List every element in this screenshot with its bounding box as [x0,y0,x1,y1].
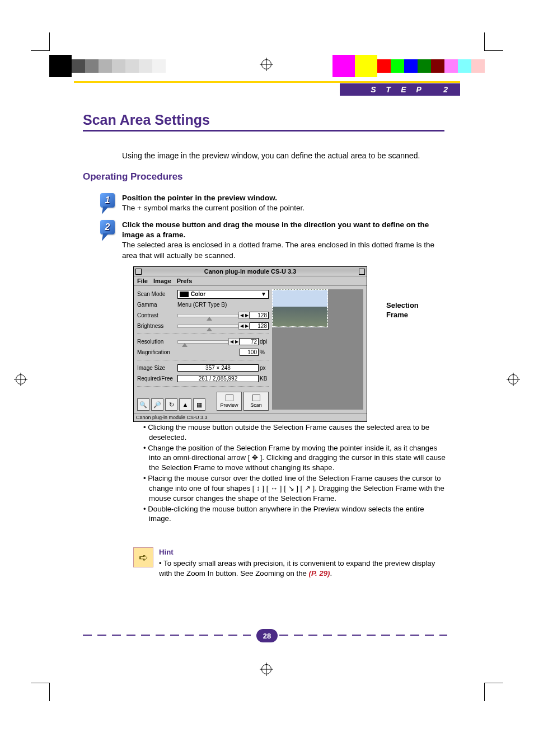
scan-mode-label: Scan Mode [137,291,177,297]
scan-icon [252,395,260,401]
rotate-icon[interactable]: ↻ [165,398,177,411]
title-rule [83,130,444,132]
preview-button[interactable]: Preview [217,392,242,411]
procedure-step-2: 2 Click the mouse button and drag the mo… [102,220,447,261]
zoom-in-icon[interactable]: 🔍 [137,398,149,411]
registration-mark [16,374,26,384]
bullet-2: • Change the position of the Selection F… [143,443,447,473]
bullet-1: • Clicking the mouse button outside the … [143,422,447,443]
footer-dashes [83,635,251,636]
selection-frame[interactable] [272,289,328,327]
crop-mark [484,683,485,701]
section-heading: Operating Procedures [83,171,183,182]
resolution-unit: dpi [259,339,269,345]
crop-mark [31,683,49,683]
required-free-value: 261 / 2,085,992 [177,375,259,382]
bullet-3: • Placing the mouse cursor over the dott… [143,473,447,503]
crop-mark [49,683,50,701]
brightness-label: Brightness [137,323,177,329]
magnification-unit: % [259,349,269,355]
bullet-list: • Clicking the mouse button outside the … [143,422,447,524]
menu-image[interactable]: Image [153,278,171,284]
procedure-step-1: 1 Position the pointer in the preview wi… [102,193,447,213]
preview-area[interactable] [272,289,363,410]
registration-mark [261,664,271,674]
image-size-unit: px [259,365,269,371]
hint-title: Hint [159,547,447,557]
preview-icon [226,395,233,401]
menu-file[interactable]: File [137,278,148,284]
window-title: Canon plug-in module CS-U 3.3 [142,268,359,275]
step-2-title: Click the mouse button and drag the mous… [122,220,429,239]
scanner-window: Canon plug-in module CS-U 3.3 File Image… [133,266,367,422]
zoom-box-icon[interactable] [359,269,365,275]
required-free-unit: KB [259,375,269,382]
brightness-slider[interactable] [177,325,238,328]
scanner-dialog-figure: Canon plug-in module CS-U 3.3 File Image… [133,266,367,422]
page-reference-link[interactable]: (P. 29) [309,569,330,577]
grayscale-colorbar [49,59,166,82]
title-bar: Canon plug-in module CS-U 3.3 [134,267,367,276]
gamma-label: Gamma [137,302,177,308]
status-bar: Canon plug-in module CS-U 3.3 [134,413,367,421]
registration-mark [261,59,271,69]
dropdown-arrow-icon: ▼ [261,291,266,297]
magnification-label: Magnification [137,349,177,355]
step-2-body: The selected area is enclosed in a dotte… [122,241,434,259]
hint-block: ➪ Hint • To specify small areas with pre… [133,547,447,578]
close-box-icon[interactable] [135,269,142,275]
crop-mark [31,50,49,51]
resolution-value[interactable]: 72 [240,338,259,345]
step-1-title: Position the pointer in the preview wind… [122,194,277,202]
crop-mark [485,683,503,683]
step-1-body: The + symbol marks the current position … [122,204,305,212]
menu-bar: File Image Prefs [134,276,367,286]
scan-mode-dropdown[interactable]: Color ▼ [177,290,269,299]
image-size-value: 357 × 248 [177,364,259,372]
image-icon[interactable]: ▦ [193,398,205,411]
contrast-value[interactable]: 128 [250,312,269,319]
image-size-label: Image Size [137,365,177,371]
scan-mode-value: Color [191,291,205,297]
contrast-stepper[interactable]: ◀▶ [238,312,250,319]
color-colorbar [332,59,485,82]
magnification-value[interactable]: 100 [240,349,259,356]
gamma-value: Menu (CRT Type B) [177,302,227,308]
menu-prefs[interactable]: Prefs [177,278,193,284]
selection-frame-caption: SelectionFrame [386,301,419,320]
step-banner: STEP 2 [340,83,460,96]
contrast-label: Contrast [137,312,177,318]
page-number: 28 [256,629,278,642]
hint-body: • To specify small areas with precision,… [159,558,447,579]
resolution-label: Resolution [137,339,177,345]
brightness-value[interactable]: 128 [250,322,269,330]
intro-text: Using the image in the preview window, y… [122,151,447,160]
crop-mark [49,32,50,51]
zoom-out-icon[interactable]: 🔎 [151,398,163,411]
resolution-slider[interactable] [177,340,228,344]
registration-mark [508,374,518,384]
contrast-slider[interactable] [177,314,238,317]
crop-mark [484,32,485,51]
negative-icon[interactable]: ▲ [179,398,191,411]
crop-mark [485,50,503,51]
footer-dashes [279,635,447,636]
color-swatch-icon [180,292,189,297]
brightness-stepper[interactable]: ◀▶ [238,322,250,330]
scan-button[interactable]: Scan [243,392,269,411]
page-title: Scan Area Settings [83,112,210,128]
step-number-icon: 1 [100,193,115,208]
bullet-4: • Double-clicking the mouse button anywh… [143,504,447,524]
header-rule [74,81,460,83]
required-free-label: Required/Free [137,375,177,382]
hint-icon: ➪ [133,547,153,567]
resolution-stepper[interactable]: ◀▶ [228,338,240,345]
step-number-icon: 2 [100,220,115,234]
